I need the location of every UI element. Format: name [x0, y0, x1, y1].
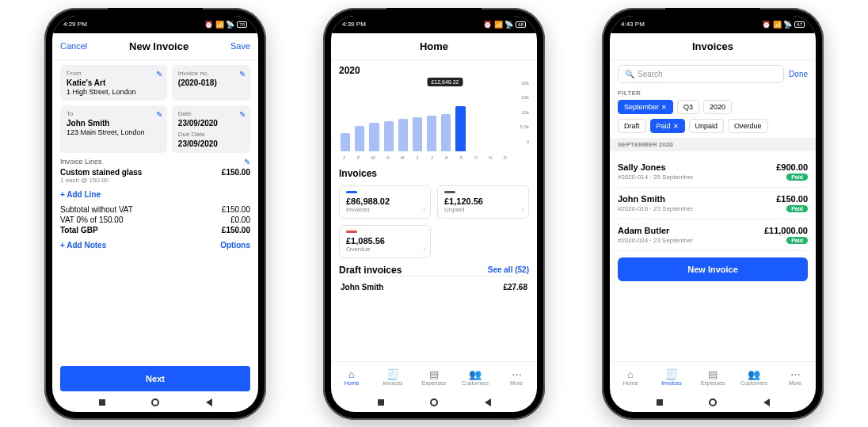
back-icon[interactable] — [763, 398, 770, 406]
edit-icon[interactable]: ✎ — [239, 70, 246, 78]
more-icon: ⋯ — [512, 369, 522, 379]
stat-invoiced[interactable]: £86,988.02 Invoiced › — [339, 185, 431, 219]
save-button[interactable]: Save — [230, 41, 250, 51]
status-time: 4:29 PM — [63, 21, 87, 28]
screen: 4:29 PM ⏰ 📶 📡 70 Cancel New Invoice Save… — [52, 16, 258, 412]
chart-bar[interactable] — [398, 119, 408, 151]
tab-bar: ⌂Home 🧾Invoices ▤Expenses 👥Customers ⋯Mo… — [610, 361, 816, 393]
tab-bar: ⌂Home 🧾Invoices ▤Expenses 👥Customers ⋯Mo… — [331, 361, 537, 393]
android-nav — [331, 393, 537, 412]
done-button[interactable]: Done — [789, 70, 808, 78]
tab-invoices[interactable]: 🧾Invoices — [651, 362, 692, 393]
navbar: Invoices — [610, 33, 816, 60]
screen: 4:39 PM ⏰ 📶 📡 68 Home 2020 £12,648.22 20… — [331, 16, 537, 412]
stat-overdue[interactable]: £1,085.56 Overdue › — [339, 225, 431, 258]
from-card[interactable]: ✎ From Katie's Art 1 High Street, London — [60, 65, 167, 101]
chevron-right-icon: › — [423, 205, 425, 213]
invoice-no-card[interactable]: ✎ Invoice no. (2020-018) — [172, 65, 250, 101]
chip-unpaid[interactable]: Unpaid — [689, 119, 725, 133]
chart-bar[interactable] — [369, 123, 379, 151]
dash-icon — [444, 191, 455, 193]
recents-icon[interactable] — [657, 399, 663, 406]
home-icon[interactable] — [430, 398, 438, 406]
options-button[interactable]: Options — [220, 241, 250, 250]
filter-label: FILTER — [618, 90, 808, 97]
chart-bar[interactable] — [341, 133, 350, 151]
chip-overdue[interactable]: Overdue — [728, 119, 768, 133]
invoice-item[interactable]: John Smith£150.00#2020-018 · 23 Septembe… — [618, 188, 808, 219]
tab-expenses[interactable]: ▤Expenses — [692, 362, 733, 393]
add-notes-button[interactable]: + Add Notes — [60, 241, 106, 250]
dash-icon — [346, 231, 357, 233]
chip-september[interactable]: September✕ — [618, 100, 673, 114]
revenue-chart[interactable]: £12,648.22 20k15k10k5.0k0 — [339, 81, 529, 152]
tab-customers[interactable]: 👥Customers — [455, 362, 496, 393]
chevron-right-icon: › — [521, 205, 523, 213]
chart-bar[interactable] — [427, 116, 436, 151]
tab-more[interactable]: ⋯More — [775, 362, 816, 393]
cancel-button[interactable]: Cancel — [60, 41, 87, 51]
home-icon[interactable] — [709, 398, 717, 406]
chart-bar[interactable] — [455, 106, 465, 151]
recents-icon[interactable] — [99, 399, 105, 406]
back-icon[interactable] — [485, 398, 491, 406]
page-title: Home — [420, 40, 448, 52]
see-all-link[interactable]: See all (52) — [488, 265, 529, 274]
tab-more[interactable]: ⋯More — [496, 362, 537, 393]
notch — [665, 8, 760, 22]
invoice-lines-label: Invoice Lines ✎ — [60, 158, 250, 166]
stat-unpaid[interactable]: £1,120.56 Unpaid › — [437, 185, 529, 219]
draft-invoice-item[interactable]: John Smith £27.68 — [339, 276, 529, 298]
edit-icon[interactable]: ✎ — [156, 110, 162, 119]
edit-icon[interactable]: ✎ — [156, 70, 162, 78]
chart-bar[interactable] — [441, 114, 451, 151]
back-icon[interactable] — [206, 398, 212, 406]
tab-home[interactable]: ⌂Home — [610, 362, 651, 393]
chip-q3[interactable]: Q3 — [677, 100, 699, 114]
search-icon: 🔍 — [625, 70, 634, 78]
tab-home[interactable]: ⌂Home — [331, 362, 372, 393]
screen: 4:43 PM ⏰ 📶 📡 67 Invoices 🔍 Search Done … — [610, 16, 816, 412]
customers-icon: 👥 — [469, 369, 482, 379]
chip-paid[interactable]: Paid✕ — [650, 119, 685, 133]
more-icon: ⋯ — [790, 369, 801, 379]
dash-icon — [346, 191, 357, 193]
tab-expenses[interactable]: ▤Expenses — [413, 362, 455, 393]
customers-icon: 👥 — [748, 369, 760, 379]
expense-icon: ▤ — [429, 369, 439, 379]
edit-icon[interactable]: ✎ — [244, 158, 250, 166]
status-badge: Paid — [786, 237, 808, 244]
chart-bar[interactable] — [384, 121, 394, 151]
add-line-button[interactable]: + Add Line — [60, 190, 250, 199]
close-icon[interactable]: ✕ — [661, 104, 667, 111]
status-icons: ⏰ 📶 📡 67 — [762, 21, 805, 29]
search-input[interactable]: 🔍 Search — [618, 65, 784, 83]
new-invoice-button[interactable]: New Invoice — [618, 257, 808, 281]
close-icon[interactable]: ✕ — [673, 123, 679, 130]
date-card[interactable]: ✎ Date 23/09/2020 Due Date 23/09/2020 — [172, 105, 250, 153]
status-time: 4:39 PM — [342, 21, 366, 28]
home-icon[interactable] — [151, 398, 159, 406]
recents-icon[interactable] — [378, 399, 384, 406]
chart-bar[interactable] — [413, 117, 422, 151]
home-icon: ⌂ — [348, 369, 355, 379]
navbar: Home — [331, 33, 537, 60]
notch — [108, 8, 203, 22]
filter-chips: September✕ Q3 2020 — [618, 100, 808, 114]
status-badge: Paid — [786, 205, 808, 212]
totals: Subtotal without VAT£150.00 VAT 0% of 15… — [60, 205, 250, 234]
chip-2020[interactable]: 2020 — [703, 100, 732, 114]
next-button[interactable]: Next — [60, 366, 250, 391]
tab-customers[interactable]: 👥Customers — [733, 362, 775, 393]
chip-draft[interactable]: Draft — [618, 119, 646, 133]
to-card[interactable]: ✎ To John Smith 123 Main Street, London — [60, 105, 167, 153]
invoice-item[interactable]: Adam Butler£11,000.00#2020-024 · 23 Sept… — [618, 219, 808, 251]
invoice-item[interactable]: Sally Jones£900.00#2020-014 · 25 Septemb… — [618, 156, 808, 188]
edit-icon[interactable]: ✎ — [239, 110, 246, 119]
year-label: 2020 — [339, 65, 529, 76]
chart-bar[interactable] — [355, 126, 364, 151]
invoice-line[interactable]: Custom stained glass 1 each @ 150.00 £15… — [60, 168, 250, 184]
status-time: 4:43 PM — [621, 21, 645, 28]
draft-heading: Draft invoices — [339, 265, 402, 276]
tab-invoices[interactable]: 🧾Invoices — [372, 362, 413, 393]
